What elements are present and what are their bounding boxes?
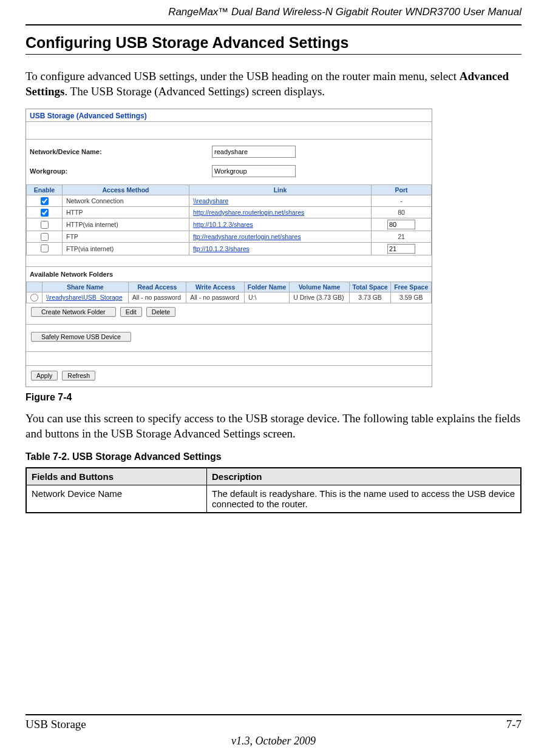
port-cell: 80 xyxy=(372,207,432,218)
header-total: Total Space xyxy=(349,282,391,292)
header-link: Link xyxy=(189,185,372,195)
link-cell[interactable]: http://10.1.2.3/shares xyxy=(189,218,372,231)
after-figure-paragraph: You can use this screen to specify acces… xyxy=(25,411,522,441)
desc-header-a: Fields and Buttons xyxy=(26,468,207,485)
table-row: HTTP(via internet) http://10.1.2.3/share… xyxy=(27,218,432,231)
table-row: HTTP http://readyshare.routerlogin.net/s… xyxy=(27,207,432,218)
footer-left: USB Storage xyxy=(25,718,86,731)
method-cell: HTTP(via internet) xyxy=(63,218,189,231)
intro-suffix: . The USB Storage (Advanced Settings) sc… xyxy=(64,85,325,98)
description-table: Fields and Buttons Description Network D… xyxy=(25,467,522,513)
header-read: Read Access xyxy=(128,282,186,292)
share-cell[interactable]: \\readyshare\USB_Storage xyxy=(42,292,129,303)
port-input[interactable] xyxy=(387,220,415,229)
safely-remove-row: Safely Remove USB Device xyxy=(26,325,432,345)
table-row: Network Connection \\readyshare - xyxy=(27,195,432,207)
section-underline xyxy=(25,54,522,55)
header-write: Write Access xyxy=(186,282,245,292)
device-name-input[interactable] xyxy=(212,146,296,158)
footer-version: v1.3, October 2009 xyxy=(25,735,522,748)
section-title: Configuring USB Storage Advanced Setting… xyxy=(25,34,522,52)
folder-cell: U:\ xyxy=(244,292,289,303)
footer-rule xyxy=(25,714,522,715)
port-cell: - xyxy=(372,195,432,207)
available-folders-label: Available Network Folders xyxy=(26,267,432,282)
link-cell[interactable]: ftp://10.1.2.3/shares xyxy=(189,242,372,255)
enable-checkbox[interactable] xyxy=(41,233,49,241)
figure-caption: Figure 7-4 xyxy=(25,392,522,403)
enable-checkbox[interactable] xyxy=(41,221,49,229)
header-free: Free Space xyxy=(391,282,432,292)
header-method: Access Method xyxy=(63,185,189,195)
footer-page-number: 7-7 xyxy=(506,718,522,731)
intro-prefix: To configure advanced USB settings, unde… xyxy=(25,70,460,83)
header-radio xyxy=(27,282,42,292)
access-methods-table: Enable Access Method Link Port Network C… xyxy=(26,184,432,255)
usb-storage-screenshot: USB Storage (Advanced Settings) Network/… xyxy=(25,109,432,387)
device-name-row: Network/Device Name: xyxy=(26,140,432,164)
table-row: FTP ftp://readyshare.routerlogin.net/sha… xyxy=(27,231,432,242)
workgroup-input[interactable] xyxy=(212,165,296,177)
table-caption: Table 7-2. USB Storage Advanced Settings xyxy=(25,451,522,462)
method-cell: HTTP xyxy=(63,207,189,218)
intro-paragraph: To configure advanced USB settings, unde… xyxy=(25,69,522,99)
total-cell: 3.73 GB xyxy=(349,292,391,303)
table-row: FTP(via internet) ftp://10.1.2.3/shares xyxy=(27,242,432,255)
device-name-label: Network/Device Name: xyxy=(30,148,212,155)
edit-button[interactable]: Edit xyxy=(120,307,142,317)
folder-buttons-row: Create Network Folder Edit Delete xyxy=(26,303,432,320)
link-cell[interactable]: \\readyshare xyxy=(189,195,372,207)
method-cell: Network Connection xyxy=(63,195,189,207)
page-footer: USB Storage 7-7 v1.3, October 2009 xyxy=(25,714,522,748)
free-cell: 3.59 GB xyxy=(391,292,432,303)
workgroup-label: Workgroup: xyxy=(30,167,212,175)
volume-cell: U Drive (3.73 GB) xyxy=(290,292,350,303)
enable-checkbox[interactable] xyxy=(41,245,49,252)
header-rule xyxy=(25,24,522,25)
workgroup-row: Workgroup: xyxy=(26,164,432,184)
method-cell: FTP xyxy=(63,231,189,242)
method-cell: FTP(via internet) xyxy=(63,242,189,255)
panel-title: USB Storage (Advanced Settings) xyxy=(26,109,432,121)
table-row: \\readyshare\USB_Storage All - no passwo… xyxy=(27,292,432,303)
port-cell: 21 xyxy=(372,231,432,242)
running-header: RangeMax™ Dual Band Wireless-N Gigabit R… xyxy=(25,0,522,22)
refresh-button[interactable]: Refresh xyxy=(62,371,95,380)
rule xyxy=(26,121,432,122)
header-port: Port xyxy=(372,185,432,195)
safely-remove-button[interactable]: Safely Remove USB Device xyxy=(31,332,131,342)
header-folder: Folder Name xyxy=(244,282,289,292)
desc-header-b: Description xyxy=(207,468,522,485)
enable-checkbox[interactable] xyxy=(41,209,49,217)
link-cell[interactable]: ftp://readyshare.routerlogin.net/shares xyxy=(189,231,372,242)
network-folders-table: Share Name Read Access Write Access Fold… xyxy=(26,282,432,304)
header-volume: Volume Name xyxy=(290,282,350,292)
header-enable: Enable xyxy=(27,185,63,195)
folder-radio[interactable] xyxy=(30,294,38,302)
write-cell: All - no password xyxy=(186,292,245,303)
apply-button[interactable]: Apply xyxy=(31,371,58,380)
create-folder-button[interactable]: Create Network Folder xyxy=(31,307,116,317)
apply-row: Apply Refresh xyxy=(26,366,432,386)
port-input[interactable] xyxy=(387,244,415,254)
table-row: Network Device Name The default is ready… xyxy=(26,485,521,513)
rule xyxy=(26,351,432,352)
enable-checkbox[interactable] xyxy=(41,197,49,205)
desc-cell-a: Network Device Name xyxy=(26,485,207,513)
delete-button[interactable]: Delete xyxy=(146,307,175,317)
desc-cell-b: The default is readyshare. This is the n… xyxy=(207,485,522,513)
header-share: Share Name xyxy=(42,282,129,292)
read-cell: All - no password xyxy=(128,292,186,303)
link-cell[interactable]: http://readyshare.routerlogin.net/shares xyxy=(189,207,372,218)
